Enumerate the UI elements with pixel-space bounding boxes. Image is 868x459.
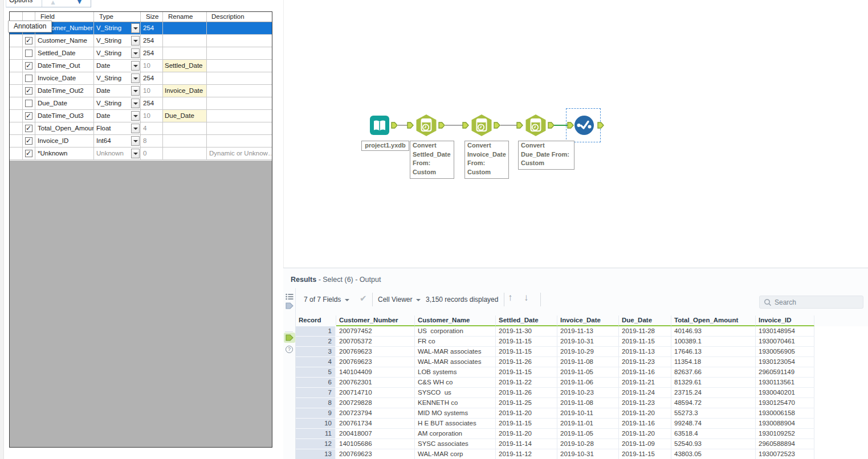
field-rename[interactable] [163,147,207,159]
cell-viewer-dropdown[interactable]: Cell Viewer [378,296,421,304]
field-rename[interactable]: Invoice_Date [163,85,207,97]
field-type-cell[interactable]: Unknown [94,147,141,159]
type-dropdown-button[interactable] [131,48,140,58]
datetime-tool-1-icon[interactable] [415,114,438,137]
type-dropdown-button[interactable] [131,61,140,71]
field-description[interactable] [207,35,271,47]
row-selector-cell[interactable] [10,60,23,72]
output-anchor-datetime-2[interactable] [494,122,500,129]
field-type-cell[interactable]: V_String [94,22,141,34]
field-row[interactable]: Invoice_DateV_String254 [10,72,272,85]
field-checkbox[interactable] [25,87,32,95]
field-rename[interactable] [163,35,207,47]
field-description[interactable]: Dynamic or Unknow… [207,147,271,159]
field-checkbox[interactable] [25,137,32,145]
field-description[interactable] [207,60,271,72]
field-size[interactable]: 254 [141,72,163,84]
field-checkbox[interactable] [25,125,32,132]
output-anchor-input-tool[interactable] [391,122,398,129]
field-type-cell[interactable]: Date [94,85,141,97]
field-rename[interactable]: Due_Date [163,110,207,122]
table-row[interactable]: 7200714710SYSCO us2019-11-262019-10-2320… [296,388,868,398]
column-header-customer_name[interactable]: Customer_Name [415,315,496,326]
table-row[interactable]: 11200418007AM corporation2019-11-202019-… [296,429,868,439]
column-header-record[interactable]: Record [296,315,336,326]
apply-check-icon[interactable]: ✔ [360,293,367,304]
field-row[interactable]: Due_DateV_String254 [10,97,272,110]
table-row[interactable]: 6200762301C&S WH co2019-11-222019-11-062… [296,378,868,388]
tool-annotation[interactable]: project1.yxdb [361,141,409,151]
field-size[interactable]: 254 [141,97,163,109]
field-size[interactable]: 0 [141,147,163,159]
output-anchor-datetime-1[interactable] [438,122,445,129]
row-selector-cell[interactable] [10,110,23,122]
field-row[interactable]: *UnknownUnknown0Dynamic or Unknow… [10,147,272,160]
table-row[interactable]: 2200705372FR co2019-11-152019-10-312019-… [296,337,868,347]
type-dropdown-button[interactable] [131,124,140,133]
field-type-cell[interactable]: Date [94,60,141,72]
field-size[interactable]: 4 [141,122,163,134]
row-selector-cell[interactable] [10,97,23,109]
field-type-cell[interactable]: Int64 [94,135,141,147]
type-dropdown-button[interactable] [131,36,140,46]
row-selector-cell[interactable] [10,35,23,47]
field-description[interactable] [207,22,271,34]
field-size[interactable]: 254 [141,47,163,59]
field-rename[interactable] [163,72,207,84]
field-checkbox[interactable] [25,62,32,69]
type-dropdown-button[interactable] [131,86,140,96]
field-size[interactable]: 8 [141,135,163,147]
field-description[interactable] [207,85,271,97]
fields-dropdown[interactable]: 7 of 7 Fields [304,296,349,304]
field-type-cell[interactable]: Float [94,122,141,134]
connection-3[interactable] [500,125,517,126]
field-checkbox[interactable] [25,50,32,57]
field-row[interactable]: Total_Open_AmountFloat4 [10,122,272,135]
field-checkbox[interactable] [25,37,32,44]
datetime-tool-3-icon[interactable] [524,114,547,137]
field-description[interactable] [207,97,271,109]
output-anchor-select[interactable] [597,122,604,129]
input-anchor-datetime-1[interactable] [407,122,414,129]
metadata-anchor-icon[interactable] [286,302,294,310]
table-row[interactable]: 1200797452US corporation2019-11-302019-1… [296,326,868,337]
type-dropdown-button[interactable] [131,99,140,108]
table-row[interactable]: 4200769623WAL-MAR associates2019-11-2620… [296,357,868,367]
field-description[interactable] [207,47,271,59]
table-row[interactable]: 9200723794MID MO systems2019-11-202019-1… [296,408,868,419]
field-description[interactable] [207,122,271,134]
type-dropdown-button[interactable] [131,111,140,121]
field-size[interactable]: 254 [141,35,163,47]
connection-2[interactable] [445,125,463,126]
connection-1[interactable] [398,125,407,126]
field-size[interactable]: 10 [141,85,163,97]
field-type-cell[interactable]: V_String [94,72,141,84]
field-type-cell[interactable]: V_String [94,35,141,47]
field-description[interactable] [207,110,271,122]
field-size[interactable]: 254 [141,22,163,34]
row-selector-cell[interactable] [10,85,23,97]
scroll-up-icon[interactable]: ↑ [508,292,513,304]
field-checkbox[interactable] [25,150,32,157]
row-selector-cell[interactable] [10,147,23,159]
field-rename[interactable]: Settled_Date [163,60,207,72]
table-row[interactable]: 13200769623WAL-MAR corp2019-11-122019-10… [296,449,868,459]
field-row[interactable]: DateTime_OutDate10Settled_Date [10,60,272,72]
field-description[interactable] [207,135,271,147]
column-header-invoice_date[interactable]: Invoice_Date [557,315,619,326]
select-tool-icon[interactable] [572,113,596,137]
row-selector-cell[interactable] [10,122,23,134]
input-anchor-datetime-3[interactable] [516,122,523,129]
tool-annotation[interactable]: Convert Due_Date From: Custom [518,141,574,170]
datetime-tool-2-icon[interactable] [470,114,493,137]
table-row[interactable]: 5140104409LOB systems2019-11-152019-11-0… [296,367,868,378]
scroll-down-icon[interactable]: ↓ [524,292,529,304]
field-row[interactable]: DateTime_Out3Date10Due_Date [10,110,272,122]
row-selector-cell[interactable] [10,72,23,84]
type-dropdown-button[interactable] [131,23,140,33]
input-anchor-select[interactable] [567,122,574,129]
column-header-total_open_amount[interactable]: Total_Open_Amount [671,315,756,326]
input-anchor-datetime-2[interactable] [462,122,469,129]
field-row[interactable]: Invoice_IDInt648 [10,135,272,147]
help-icon[interactable]: ? [286,346,293,353]
